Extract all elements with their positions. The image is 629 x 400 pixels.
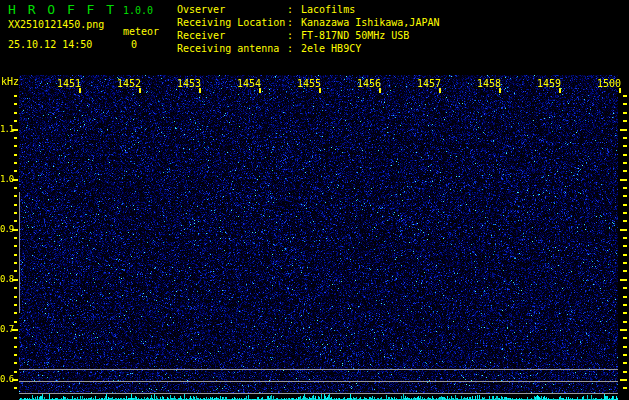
freq-axis-minor-tick bbox=[14, 220, 17, 222]
app-version: 1.0.0 bbox=[123, 5, 153, 16]
freq-axis-minor-tick-right bbox=[623, 245, 627, 247]
time-axis-tick bbox=[199, 88, 201, 93]
freq-axis-minor-tick bbox=[14, 162, 17, 164]
freq-axis-minor-tick bbox=[14, 362, 17, 364]
freq-axis-minor-tick-right bbox=[623, 120, 627, 122]
plot-left-edge-line bbox=[19, 192, 20, 313]
freq-axis-minor-tick-right bbox=[623, 287, 627, 289]
time-axis-tick bbox=[379, 88, 381, 93]
info-row: Receiver:FT-817ND 50MHz USB bbox=[177, 29, 439, 42]
meteor-event-count: 0 bbox=[131, 39, 137, 50]
output-filename: XX2510121450.png bbox=[8, 19, 104, 30]
time-axis-label: 1453 bbox=[177, 78, 201, 89]
freq-axis-minor-tick-right bbox=[623, 220, 627, 222]
freq-axis-minor-tick bbox=[14, 337, 17, 339]
time-axis-tick bbox=[439, 88, 441, 93]
hrofft-window: H R O F F T 1.0.0 XX2510121450.png meteo… bbox=[0, 0, 629, 400]
freq-axis-minor-tick-right bbox=[623, 103, 627, 105]
freq-axis-minor-tick bbox=[14, 212, 17, 214]
time-axis-label: 1458 bbox=[477, 78, 501, 89]
info-row: Receiving Location:Kanazawa Ishikawa,JAP… bbox=[177, 16, 439, 29]
freq-axis-major-tick bbox=[12, 379, 18, 381]
freq-axis-major-tick bbox=[12, 229, 18, 231]
freq-axis-minor-tick-right bbox=[623, 270, 627, 272]
freq-axis-minor-tick bbox=[14, 321, 17, 323]
observation-datetime: 25.10.12 14:50 bbox=[8, 39, 92, 50]
freq-axis-major-tick bbox=[12, 179, 18, 181]
freq-axis-minor-tick-right bbox=[623, 137, 627, 139]
observation-info: Ovserver:LacofilmsReceiving Location:Kan… bbox=[177, 3, 439, 55]
info-value: Kanazawa Ishikawa,JAPAN bbox=[301, 17, 439, 28]
freq-axis-minor-tick-right bbox=[623, 170, 627, 172]
freq-axis-minor-tick-right bbox=[623, 145, 627, 147]
time-axis-label: 1457 bbox=[417, 78, 441, 89]
freq-axis-minor-tick bbox=[14, 204, 17, 206]
time-axis-tick bbox=[139, 88, 141, 93]
freq-axis-minor-tick-right bbox=[623, 237, 627, 239]
info-value: 2ele HB9CY bbox=[301, 43, 361, 54]
freq-axis-major-tick bbox=[12, 279, 18, 281]
freq-axis-minor-tick-right bbox=[623, 212, 627, 214]
time-axis-tick bbox=[559, 88, 561, 93]
freq-axis-minor-tick-right bbox=[623, 162, 627, 164]
info-colon: : bbox=[287, 3, 301, 16]
freq-axis-major-tick-right bbox=[620, 129, 627, 131]
freq-axis-minor-tick-right bbox=[623, 304, 627, 306]
info-row: Ovserver:Lacofilms bbox=[177, 3, 439, 16]
time-axis-label: 1452 bbox=[117, 78, 141, 89]
info-label: Ovserver bbox=[177, 3, 287, 16]
freq-axis-minor-tick bbox=[14, 145, 17, 147]
freq-axis-minor-tick bbox=[14, 237, 17, 239]
freq-axis-minor-tick bbox=[14, 245, 17, 247]
time-axis-label: 1451 bbox=[57, 78, 81, 89]
freq-axis-major-tick-right bbox=[620, 329, 627, 331]
freq-axis-minor-tick-right bbox=[623, 337, 627, 339]
time-axis-label: 1456 bbox=[357, 78, 381, 89]
time-axis-tick bbox=[499, 88, 501, 93]
freq-axis-minor-tick bbox=[14, 371, 17, 373]
reference-line-middle bbox=[19, 381, 618, 382]
freq-axis-minor-tick-right bbox=[623, 95, 627, 97]
freq-axis-major-tick bbox=[12, 329, 18, 331]
app-title: H R O F F T bbox=[8, 2, 116, 17]
time-axis-tick bbox=[319, 88, 321, 93]
signal-meter-canvas bbox=[19, 393, 618, 400]
info-row: Receiving antenna:2ele HB9CY bbox=[177, 42, 439, 55]
freq-axis-minor-tick-right bbox=[623, 354, 627, 356]
freq-axis-unit-label: kHz bbox=[1, 76, 19, 87]
freq-axis-minor-tick bbox=[14, 195, 17, 197]
freq-axis-minor-tick-right bbox=[623, 262, 627, 264]
freq-axis-minor-tick bbox=[14, 170, 17, 172]
info-label: Receiver bbox=[177, 29, 287, 42]
freq-axis-minor-tick bbox=[14, 103, 17, 105]
freq-axis-minor-tick bbox=[14, 387, 17, 389]
time-axis-label: 1455 bbox=[297, 78, 321, 89]
time-axis-tick bbox=[79, 88, 81, 93]
time-axis-tick bbox=[259, 88, 261, 93]
info-colon: : bbox=[287, 29, 301, 42]
freq-axis-major-tick-right bbox=[620, 379, 627, 381]
freq-axis-minor-tick bbox=[14, 154, 17, 156]
time-axis-tick bbox=[619, 88, 621, 93]
freq-axis-minor-tick bbox=[14, 95, 17, 97]
freq-axis-minor-tick-right bbox=[623, 195, 627, 197]
info-value: Lacofilms bbox=[301, 4, 355, 15]
freq-axis-minor-tick-right bbox=[623, 321, 627, 323]
freq-axis-minor-tick bbox=[14, 270, 17, 272]
freq-axis-minor-tick-right bbox=[623, 387, 627, 389]
freq-axis-minor-tick-right bbox=[623, 254, 627, 256]
freq-axis-minor-tick bbox=[14, 137, 17, 139]
reference-line-upper bbox=[19, 369, 618, 370]
freq-axis-major-tick-right bbox=[620, 229, 627, 231]
info-colon: : bbox=[287, 16, 301, 29]
freq-axis-minor-tick bbox=[14, 262, 17, 264]
reference-line-lower bbox=[19, 393, 618, 394]
time-axis-label: 1500 bbox=[597, 78, 621, 89]
freq-axis-major-tick bbox=[12, 129, 18, 131]
freq-axis-minor-tick-right bbox=[623, 154, 627, 156]
info-value: FT-817ND 50MHz USB bbox=[301, 30, 409, 41]
freq-axis-minor-tick bbox=[14, 254, 17, 256]
freq-axis-minor-tick bbox=[14, 112, 17, 114]
freq-axis-minor-tick bbox=[14, 120, 17, 122]
time-axis-label: 1454 bbox=[237, 78, 261, 89]
